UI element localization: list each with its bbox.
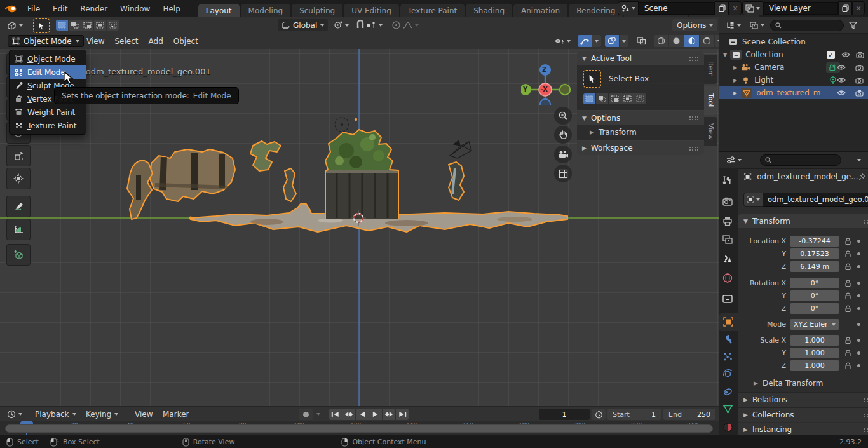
previous-keyframe-button[interactable] <box>342 409 355 420</box>
collapse-triangle-icon[interactable]: ▶ <box>733 65 737 71</box>
timeline-scrollbar[interactable] <box>5 424 713 433</box>
show-overlays-toggle[interactable] <box>605 35 619 47</box>
outliner-row-light[interactable]: ▶ Light <box>719 74 868 86</box>
tab-tool-icon[interactable] <box>722 175 733 186</box>
rotation-mode-dropdown[interactable]: XYZ Euler <box>790 319 839 330</box>
lock-open-icon[interactable] <box>844 238 851 245</box>
lock-open-icon[interactable] <box>844 292 851 300</box>
tool-measure-button[interactable] <box>6 219 31 240</box>
blender-logo-icon[interactable] <box>5 4 17 13</box>
tab-collection-icon[interactable] <box>722 294 733 304</box>
tab-world-icon[interactable] <box>722 273 733 283</box>
panel-grip[interactable] <box>864 428 868 432</box>
tab-scene-icon[interactable] <box>722 254 733 264</box>
options-panel-header[interactable]: ▼ Options <box>577 111 704 125</box>
snap-magnet-icon[interactable] <box>356 20 365 30</box>
timeline-menu-marker[interactable]: Marker <box>158 410 194 419</box>
view-layer-remove-button[interactable]: ✕ <box>852 1 865 15</box>
collapse-triangle-icon[interactable]: ▶ <box>733 90 737 96</box>
workspace-tab-uv-editing[interactable]: UV Editing <box>344 4 399 17</box>
next-keyframe-button[interactable] <box>383 409 395 420</box>
gizmo-z-neg-ball[interactable] <box>540 99 550 105</box>
lock-open-icon[interactable] <box>844 337 851 344</box>
render-visibility-icon[interactable] <box>855 77 864 84</box>
animate-dot[interactable] <box>857 240 860 243</box>
animate-dot[interactable] <box>857 364 860 367</box>
breadcrumb-object-name[interactable]: odm_textured_model_ge... <box>757 172 858 181</box>
pin-icon[interactable] <box>858 173 865 181</box>
timeline-menu-view[interactable]: View <box>130 410 158 419</box>
instancing-panel-header[interactable]: ▶Instancing <box>738 423 868 436</box>
location-z-field[interactable]: 6.149 m <box>790 261 839 272</box>
scene-unlink-button[interactable]: ✕ <box>729 1 742 15</box>
workspace-tab-sculpting[interactable]: Sculpting <box>292 4 342 17</box>
workspace-tab-animation[interactable]: Animation <box>513 4 567 17</box>
falloff-curve-icon[interactable] <box>403 21 413 29</box>
frame-end-field[interactable]: End 250 <box>663 409 715 420</box>
workspace-tab-rendering[interactable]: Rendering <box>569 4 623 17</box>
view-layer-browse-button[interactable] <box>742 1 763 15</box>
object-visibility-dropdown[interactable] <box>552 35 574 47</box>
select-box-tool-icon[interactable] <box>583 70 601 88</box>
animate-dot[interactable] <box>857 307 860 310</box>
pan-view-button[interactable] <box>554 126 572 144</box>
animate-dot[interactable] <box>857 323 860 326</box>
tab-view-layer-icon[interactable] <box>722 234 733 245</box>
filter-icon[interactable] <box>849 22 857 29</box>
object-id-browse-button[interactable] <box>743 193 763 207</box>
render-visibility-icon[interactable] <box>856 51 864 58</box>
animate-dot[interactable] <box>857 252 860 255</box>
toggle-xray-button[interactable] <box>634 35 649 47</box>
rotation-y-field[interactable]: 0° <box>790 290 839 301</box>
toggle-orthographic-button[interactable] <box>554 165 572 182</box>
keying-dropdown[interactable]: Keying <box>81 408 123 420</box>
relations-panel-header[interactable]: ▶Relations <box>738 392 868 407</box>
shading-wireframe-button[interactable] <box>654 35 668 47</box>
menu-help[interactable]: Help <box>156 4 186 13</box>
collections-panel-header[interactable]: ▶Collections <box>738 407 868 422</box>
viewport-menu-add[interactable]: Add <box>144 37 168 46</box>
timeline-editor-type-button[interactable] <box>4 408 25 420</box>
sidebar-tab-item[interactable]: Item <box>704 55 717 84</box>
jump-to-end-button[interactable] <box>396 409 409 420</box>
navigation-gizmo[interactable]: Z Y -X <box>521 57 572 105</box>
select-mode-invert-button[interactable] <box>94 20 106 31</box>
keying-extra-dropdown[interactable] <box>316 413 320 416</box>
panel-select-mode-invert[interactable] <box>621 93 634 104</box>
eye-icon[interactable] <box>837 90 846 96</box>
outliner-row-scene-collection[interactable]: Scene Collection <box>719 36 868 48</box>
panel-select-mode-subtract[interactable] <box>609 93 621 104</box>
tab-constraints-icon[interactable] <box>722 386 733 397</box>
workspace-tab-layout[interactable]: Layout <box>198 4 240 17</box>
sidebar-tab-view[interactable]: View <box>704 117 717 146</box>
menu-file[interactable]: File <box>21 4 46 13</box>
tab-particles-icon[interactable] <box>722 351 733 362</box>
panel-grip[interactable] <box>864 413 868 417</box>
panel-grip[interactable] <box>689 57 699 61</box>
transform-orientation-dropdown[interactable]: Global <box>278 19 328 31</box>
outliner-row-odm-textured-model[interactable]: ▶ odm_textured_m <box>719 86 868 99</box>
outliner-search-input[interactable] <box>770 20 844 31</box>
lock-open-icon[interactable] <box>844 263 851 271</box>
menu-render[interactable]: Render <box>74 4 114 13</box>
panel-grip[interactable] <box>864 219 868 224</box>
show-gizmo-toggle[interactable] <box>578 35 592 47</box>
mesh-sliver-fragment[interactable] <box>283 168 296 201</box>
mode-dropdown-button[interactable]: Object Mode <box>8 35 84 47</box>
outliner-row-collection[interactable]: ▼ Collection ✓ <box>719 48 868 61</box>
outliner-display-mode-button[interactable] <box>747 19 768 31</box>
animate-dot[interactable] <box>857 282 860 285</box>
panel-select-mode-extend[interactable] <box>596 93 608 104</box>
eye-icon[interactable] <box>841 51 850 58</box>
playback-dropdown[interactable]: Playback <box>31 408 81 420</box>
eye-icon[interactable] <box>837 64 846 71</box>
workspace-tab-shading[interactable]: Shading <box>466 4 512 17</box>
pivot-point-dropdown[interactable] <box>333 19 349 31</box>
scene-new-copy-button[interactable] <box>715 1 729 15</box>
tool-add-cube-button[interactable] <box>6 244 31 266</box>
outliner-row-camera[interactable]: ▶ Camera <box>719 61 868 74</box>
workspace-panel-header[interactable]: ▶ Workspace <box>577 141 704 155</box>
menu-window[interactable]: Window <box>114 4 156 13</box>
options-dropdown[interactable]: Options <box>672 19 717 31</box>
eye-icon[interactable] <box>837 77 846 83</box>
